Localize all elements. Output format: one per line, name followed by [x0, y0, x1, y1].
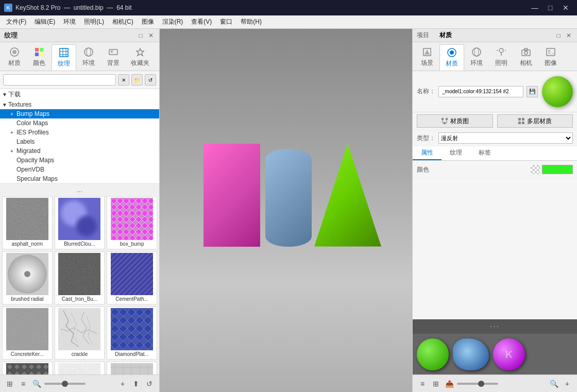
menu-image[interactable]: 图像	[138, 16, 158, 27]
tree-item-opacity-maps[interactable]: Opacity Maps	[0, 156, 159, 165]
svg-rect-33	[111, 253, 153, 295]
right-tab-camera[interactable]: 相机	[514, 44, 538, 71]
object-blue-cylinder	[265, 149, 312, 247]
svg-rect-5	[40, 53, 43, 56]
texture-item-brushed[interactable]: brushed radial	[2, 251, 53, 304]
texture-name-concrete: ConcreteKer...	[11, 350, 44, 358]
search-refresh-btn[interactable]: ↺	[145, 74, 156, 86]
name-label: 名称：	[417, 87, 435, 96]
save-name-btn[interactable]: 💾	[527, 86, 538, 97]
right-tab-environment[interactable]: 环境	[464, 44, 489, 71]
tab-background[interactable]: 背景	[101, 44, 126, 71]
right-zoom-slider[interactable]	[457, 383, 498, 385]
close-button[interactable]: ✕	[558, 3, 573, 13]
texture-item-concrete[interactable]: ConcreteKer...	[2, 306, 53, 360]
tree-item-textures[interactable]: ▼ Textures	[0, 100, 159, 109]
right-panel-float-btn[interactable]: □	[554, 31, 563, 40]
tree-item-specular-maps[interactable]: Specular Maps	[0, 174, 159, 183]
texture-item-fragile[interactable]: fragile	[55, 362, 105, 374]
right-list-btn[interactable]: ≡	[417, 378, 428, 389]
left-panel-title: 纹理	[4, 31, 18, 40]
tree-item-labels[interactable]: Labels	[0, 137, 159, 146]
right-panel-material-title: 材质	[439, 31, 554, 40]
menu-view[interactable]: 查看(V)	[187, 16, 216, 27]
refresh-btn[interactable]: ↺	[144, 378, 155, 389]
grid-view-btn[interactable]: ⊞	[4, 378, 15, 389]
menu-light[interactable]: 照明(L)	[80, 16, 108, 27]
menu-edit[interactable]: 编辑(E)	[30, 16, 59, 27]
svg-rect-36	[58, 308, 100, 350]
tree-item-migrated[interactable]: + Migrated	[0, 146, 159, 156]
search-btn[interactable]: 🔍	[31, 378, 42, 389]
texture-thumb-cement	[111, 253, 153, 295]
search-input[interactable]	[3, 74, 116, 86]
tab-material[interactable]: 材质	[2, 44, 27, 71]
preview-strip: K	[413, 333, 577, 374]
color-icon	[33, 46, 45, 58]
zoom-slider[interactable]	[44, 383, 86, 385]
viewport[interactable]	[160, 29, 412, 392]
zoom-slider-container	[44, 383, 115, 385]
texture-thumb-asphalt	[6, 198, 48, 240]
right-panel-close-btn[interactable]: ✕	[565, 31, 573, 40]
tab-environment[interactable]: 环境	[76, 44, 101, 71]
tab-color[interactable]: 颜色	[27, 44, 52, 71]
tab-favorites[interactable]: 收藏夹	[126, 44, 155, 71]
left-panel-header: 纹理 □ ✕	[0, 29, 159, 42]
texture-item-asphalt[interactable]: asphalt_norm	[2, 196, 53, 249]
upload-btn[interactable]: ⬆	[130, 378, 142, 389]
background-icon	[108, 46, 119, 58]
zoom-in-btn[interactable]: +	[117, 378, 128, 389]
preview-ball-green[interactable]	[417, 338, 449, 370]
list-view-btn[interactable]: ≡	[18, 378, 29, 389]
texture-item-boxbump[interactable]: box_bump	[107, 196, 157, 249]
tree-item-openvdb[interactable]: OpenVDB	[0, 165, 159, 174]
left-panel-close-btn[interactable]: ✕	[147, 31, 155, 40]
more-btn-row: ···	[413, 319, 577, 333]
material-graph-btn[interactable]: 材质图	[417, 114, 493, 128]
texture-item-cement[interactable]: CementPath...	[107, 251, 157, 304]
tree-item-ies-profiles[interactable]: + IES Profiles	[0, 128, 159, 137]
tab-texture[interactable]: 纹理	[52, 44, 76, 71]
maximize-button[interactable]: □	[543, 3, 557, 13]
menu-render[interactable]: 渲染(R)	[158, 16, 188, 27]
texture-item-castiron[interactable]: Cast_Iron_Bu...	[55, 251, 105, 304]
type-select[interactable]: 漫反射	[438, 132, 573, 144]
texture-item-diamondplat[interactable]: DiamondPlat...	[2, 362, 53, 374]
menu-env[interactable]: 环境	[59, 16, 80, 27]
right-tab-lighting[interactable]: 照明	[489, 44, 514, 71]
color-swatch[interactable]	[542, 165, 573, 174]
preview-ball-purple[interactable]: K	[493, 338, 525, 370]
texture-item-friction[interactable]: friction	[107, 362, 157, 374]
right-add-btn[interactable]: +	[562, 378, 573, 389]
right-grid-btn[interactable]: ⊞	[430, 378, 442, 389]
sub-tab-texture[interactable]: 纹理	[442, 146, 470, 160]
right-tab-material[interactable]: 材质	[439, 44, 464, 71]
right-export-btn[interactable]: 📤	[444, 378, 455, 389]
tree-item-bump-maps[interactable]: + Bump Maps	[0, 109, 159, 118]
search-folder-btn[interactable]: 📁	[131, 74, 143, 86]
menu-window[interactable]: 窗口	[216, 16, 236, 27]
left-panel-float-btn[interactable]: □	[137, 31, 145, 40]
svg-rect-14	[111, 50, 113, 53]
sub-tab-labels[interactable]: 标签	[470, 146, 499, 160]
preview-ball-blue[interactable]	[453, 338, 489, 370]
menu-camera[interactable]: 相机(C)	[108, 16, 138, 27]
minimize-button[interactable]: —	[528, 3, 542, 13]
name-input[interactable]	[438, 86, 523, 97]
texture-item-diamond[interactable]: DiamondPlat...	[107, 306, 157, 360]
texture-item-crackle[interactable]: crackle	[55, 306, 105, 360]
menu-file[interactable]: 文件(F)	[2, 16, 30, 27]
multi-material-btn[interactable]: 多层材质	[497, 114, 573, 128]
sub-tab-properties[interactable]: 属性	[413, 146, 442, 160]
tree-item-color-maps[interactable]: Color Maps	[0, 118, 159, 128]
right-tab-scene[interactable]: 场景	[415, 44, 439, 71]
search-clear-btn[interactable]: ✕	[118, 74, 129, 86]
menu-help[interactable]: 帮助(H)	[236, 16, 266, 27]
right-search-btn[interactable]: 🔍	[548, 378, 559, 389]
right-slider-container	[457, 383, 546, 385]
tree-item-downloads[interactable]: ▼ 下载	[0, 89, 159, 100]
right-tab-image[interactable]: 图像	[538, 44, 563, 71]
svg-point-55	[499, 48, 503, 53]
texture-item-blurred[interactable]: BlurredClou...	[55, 196, 105, 249]
